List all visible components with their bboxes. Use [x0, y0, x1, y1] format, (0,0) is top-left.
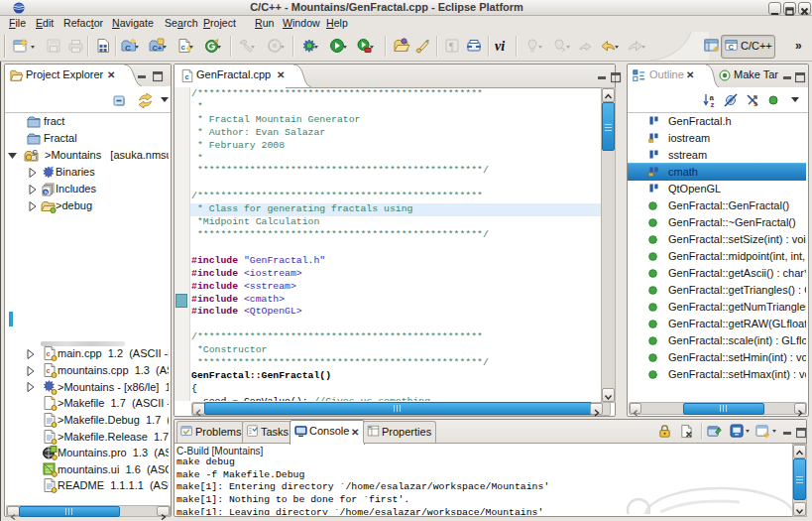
- svg-text:h: h: [45, 189, 48, 195]
- svg-text:C: C: [125, 44, 131, 53]
- svg-text:c: c: [181, 43, 186, 52]
- svg-text:#: #: [649, 173, 651, 177]
- svg-text:c: c: [47, 349, 51, 358]
- svg-text:¶: ¶: [449, 41, 454, 52]
- svg-text:z: z: [711, 100, 715, 108]
- svg-text:c: c: [47, 366, 51, 375]
- svg-text:#: #: [649, 139, 651, 143]
- svg-text:c: c: [184, 72, 188, 81]
- svg-text:C: C: [33, 148, 38, 155]
- svg-text:C: C: [729, 43, 735, 52]
